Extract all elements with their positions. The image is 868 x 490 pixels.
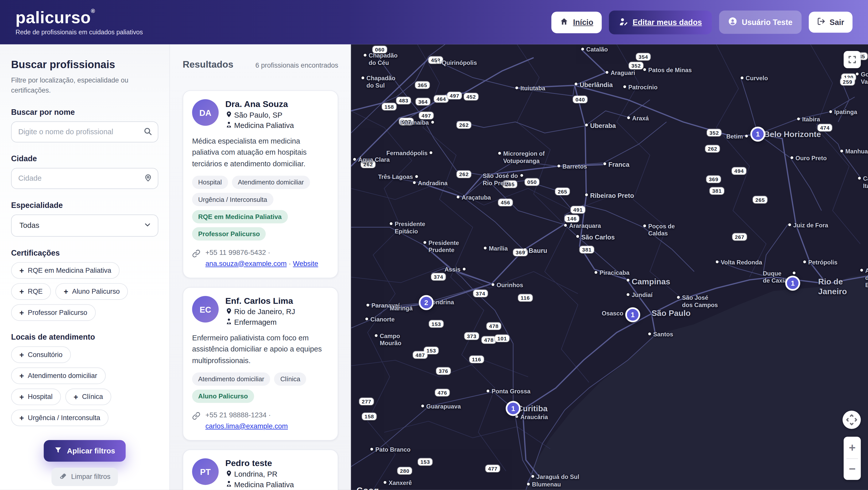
zoom-in-button[interactable]: + <box>843 438 861 458</box>
location-pin-icon <box>225 307 232 316</box>
city-dot <box>745 135 748 138</box>
apply-filters-button[interactable]: Aplicar filtros <box>43 440 125 461</box>
map-cluster-marker[interactable]: 2 <box>419 295 434 310</box>
filter-pill-professor-palicurso[interactable]: +Professor Palicurso <box>11 304 95 321</box>
map-cluster-marker[interactable]: 1 <box>505 401 521 416</box>
road-shield: 101 <box>495 335 509 342</box>
city-dot <box>364 54 367 57</box>
contact-links: carlos.lima@example.com <box>206 421 288 432</box>
city-name: Santos <box>653 331 673 338</box>
map-cluster-marker[interactable]: 1 <box>625 307 640 322</box>
map-city-label: Blumenau <box>527 481 561 489</box>
map-cluster-marker[interactable]: 1 <box>750 127 765 142</box>
road-shield: 464 <box>434 95 448 103</box>
filter-pill-rqe[interactable]: +RQE <box>11 283 51 300</box>
contact-details: +55 21 98888-1234 ·carlos.lima@example.c… <box>206 410 288 432</box>
card-info: Enf. Carlos LimaRio de Janeiro, RJEnferm… <box>225 296 295 327</box>
name-search-input[interactable] <box>11 121 158 142</box>
map-city-label: Microregion of Votuporanga <box>498 150 545 165</box>
specialty-text: Enfermagem <box>234 318 277 326</box>
map-city-label: Petrópolis <box>803 259 837 266</box>
map-canvas[interactable]: CatalãoQuirinópolisChapadão do CéuChapad… <box>351 45 868 490</box>
map-city-label: Quirinópolis <box>437 59 477 67</box>
city-name: Barretos <box>562 163 587 170</box>
specialty-value: Todas <box>20 221 39 230</box>
card-header: PTPedro testeLondrina, PRMedicina Paliat… <box>192 458 329 490</box>
city-dot <box>575 83 578 85</box>
filter-pill-rqe-em-medicina-paliativa[interactable]: +RQE em Medicina Paliativa <box>11 262 120 279</box>
filter-pill-consult-rio[interactable]: +Consultório <box>11 346 71 363</box>
road-shield: 456 <box>498 199 513 206</box>
location-row: São Paulo, SP <box>225 110 294 120</box>
professional-name: Enf. Carlos Lima <box>225 296 295 306</box>
city-dot <box>531 475 534 478</box>
city-dot <box>463 268 465 270</box>
home-button[interactable]: Início <box>552 11 601 33</box>
funnel-icon <box>54 446 62 455</box>
city-name: Araçatuba <box>462 194 491 201</box>
map-city-label: Cach Itap <box>858 175 868 190</box>
road-shield: 381 <box>710 187 724 195</box>
map-city-label: Ipatinga <box>829 109 857 116</box>
professional-card[interactable]: PTPedro testeLondrina, PRMedicina Paliat… <box>183 450 338 490</box>
logout-button[interactable]: Sair <box>808 11 852 33</box>
city-name: Ituiutaba <box>521 85 546 92</box>
fullscreen-button[interactable] <box>843 51 861 68</box>
road-shield: 487 <box>413 351 428 359</box>
filter-pill-cl-nica[interactable]: +Clínica <box>65 388 111 405</box>
city-input[interactable] <box>11 168 158 189</box>
map-city-label: São Paulo <box>651 309 690 318</box>
professional-card[interactable]: DADra. Ana SouzaSão Paulo, SPMedicina Pa… <box>183 90 338 278</box>
city-dot <box>803 260 806 263</box>
email-link[interactable]: carlos.lima@example.com <box>206 422 288 430</box>
road-shield: 376 <box>436 367 451 375</box>
email-link[interactable]: ana.souza@example.com <box>206 260 287 267</box>
professional-card[interactable]: ECEnf. Carlos LimaRio de Janeiro, RJEnfe… <box>183 287 338 441</box>
city-dot <box>677 296 680 299</box>
filter-pill-hospital[interactable]: +Hospital <box>11 388 61 405</box>
logout-icon <box>817 17 825 27</box>
road-shield: 374 <box>431 273 446 281</box>
link-icon <box>192 410 200 432</box>
sidebar-title: Buscar profissionais <box>11 59 158 71</box>
filter-pill-atendimento-domiciliar[interactable]: +Atendimento domiciliar <box>11 367 105 384</box>
road-shield: 497 <box>419 112 434 119</box>
user-menu-label: Usuário Teste <box>742 18 793 27</box>
map-city-label: Ponta Grossa <box>487 388 530 395</box>
city-dot <box>457 196 460 198</box>
website-link[interactable]: Website <box>293 260 318 267</box>
specialty-label: Especialidade <box>11 200 158 209</box>
map-city-label: Juiz de Fora <box>788 222 828 229</box>
filter-pill-aluno-palicurso[interactable]: +Aluno Palicurso <box>56 283 128 300</box>
map-city-label: Manhua <box>840 148 868 155</box>
city-dot <box>581 48 584 51</box>
city-name: Piracicaba <box>599 269 629 277</box>
map-cluster-marker[interactable]: 1 <box>785 276 800 291</box>
zoom-out-button[interactable]: − <box>843 459 861 479</box>
city-name: Chapadão do Sul <box>367 75 396 90</box>
city-dot <box>788 223 791 226</box>
filter-pill-label: Aluno Palicurso <box>72 287 120 295</box>
service-tag: Urgência / Interconsulta <box>192 193 273 206</box>
map-city-label: Campo Mourão <box>375 333 401 347</box>
map-city-label: Ribeirao Preto <box>585 192 634 200</box>
professional-name: Dra. Ana Souza <box>225 99 294 109</box>
city-dot <box>367 304 369 307</box>
user-menu-button[interactable]: Usuário Teste <box>719 10 801 34</box>
filter-pill-urg-ncia-interconsulta[interactable]: +Urgência / Interconsulta <box>11 409 108 426</box>
map-city-label: Belo Horizonte <box>764 130 821 140</box>
specialty-select[interactable]: Todas <box>11 214 158 236</box>
location-row: Londrina, PR <box>225 469 294 479</box>
city-name: Assis <box>444 266 461 273</box>
city-name: Maringá <box>390 305 412 312</box>
clear-filters-label: Limpar filtros <box>71 473 111 481</box>
city-dot <box>585 124 588 126</box>
road-shield: 478 <box>487 322 501 330</box>
edit-data-button[interactable]: Editar meus dados <box>609 10 712 34</box>
clear-filters-button[interactable]: Limpar filtros <box>51 467 118 486</box>
city-dot <box>793 271 796 274</box>
results-panel[interactable]: Resultados 6 profissionais encontrados D… <box>170 45 351 490</box>
pan-control-button[interactable] <box>842 411 861 429</box>
city-name: Xanxerê <box>389 480 412 487</box>
city-dot <box>362 77 364 79</box>
